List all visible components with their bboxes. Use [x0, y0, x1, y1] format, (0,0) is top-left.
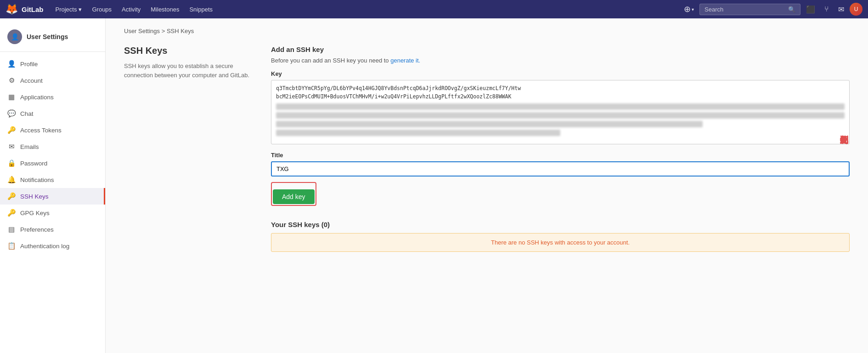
- merge-request-icon: ⑂: [824, 5, 829, 13]
- page-layout: 👤 User Settings 👤 Profile ⚙ Account ▦ Ap…: [0, 18, 868, 353]
- key-textarea-wrapper: q3TmcbtDYYmCR5pYg/DL6bYPv4q14HGJQ8YvBdsn…: [271, 80, 850, 144]
- chat-icon: 💬: [7, 109, 16, 118]
- sidebar-item-emails[interactable]: ✉ Emails: [0, 138, 105, 155]
- content-grid: SSH Keys SSH keys allow you to establish…: [124, 46, 850, 252]
- section-title: SSH Keys: [124, 46, 253, 56]
- sidebar-item-access-tokens[interactable]: 🔑 Access Tokens: [0, 122, 105, 138]
- add-key-button[interactable]: Add key: [273, 189, 315, 204]
- key-line-1: q3TmcbtDYYmCR5pYg/DL6bYPv4q14HGJQ8YvBdsn…: [276, 84, 845, 92]
- key-blurred-line-2: [276, 112, 845, 119]
- sidebar-header: 👤 User Settings: [0, 26, 105, 52]
- plus-icon: ⊕: [684, 4, 691, 14]
- notifications-icon: 🔔: [7, 176, 16, 184]
- new-item-button[interactable]: ⊕ ▾: [680, 1, 698, 17]
- sidebar-item-gpg-keys[interactable]: 🔑 GPG Keys: [0, 205, 105, 221]
- title-input[interactable]: [271, 161, 850, 176]
- sidebar-item-chat[interactable]: 💬 Chat: [0, 105, 105, 122]
- chevron-down-icon: ▾: [692, 7, 694, 12]
- title-field-label: Title: [271, 152, 850, 159]
- main-content: User Settings > SSH Keys SSH Keys SSH ke…: [106, 18, 868, 353]
- emails-icon: ✉: [7, 142, 16, 151]
- breadcrumb-current: SSH Keys: [167, 28, 194, 34]
- gitlab-flame-icon: 🦊: [6, 3, 18, 15]
- sidebar-item-preferences[interactable]: ▤ Preferences: [0, 221, 105, 238]
- pre-generate-text: Before you can add an SSH key you need t…: [271, 57, 850, 64]
- add-key-button-wrapper: Add key: [271, 182, 316, 206]
- nav-activity[interactable]: Activity: [117, 3, 145, 16]
- ssh-keys-icon: 🔑: [7, 192, 16, 200]
- merge-request-button[interactable]: ⑂: [821, 2, 833, 16]
- gitlab-logo-text: GitLab: [22, 6, 44, 13]
- form-section: Add an SSH key Before you can add an SSH…: [271, 46, 850, 252]
- section-info: SSH Keys SSH keys allow you to establish…: [124, 46, 253, 252]
- sidebar-item-notifications[interactable]: 🔔 Notifications: [0, 171, 105, 188]
- preferences-icon: ▤: [7, 225, 16, 233]
- sidebar-item-ssh-keys[interactable]: 🔑 SSH Keys: [0, 188, 105, 205]
- add-ssh-key-heading: Add an SSH key: [271, 46, 850, 53]
- gpg-keys-icon: 🔑: [7, 209, 16, 217]
- chevron-down-icon: ▾: [79, 6, 82, 13]
- generate-link[interactable]: generate it.: [390, 57, 420, 64]
- account-icon: ⚙: [7, 76, 16, 85]
- key-blurred-line-3: [276, 121, 703, 127]
- your-keys-heading: Your SSH keys (0): [271, 221, 850, 228]
- no-keys-notice: There are no SSH keys with access to you…: [271, 233, 850, 252]
- search-placeholder: Search: [705, 6, 723, 13]
- issues-icon: ✉: [838, 5, 844, 14]
- password-icon: 🔒: [7, 159, 16, 167]
- sidebar-title: User Settings: [27, 33, 68, 40]
- gitlab-logo[interactable]: 🦊 GitLab: [6, 3, 44, 15]
- breadcrumb: User Settings > SSH Keys: [124, 28, 850, 34]
- section-description: SSH keys allow you to establish a secure…: [124, 62, 253, 80]
- nav-groups[interactable]: Groups: [87, 3, 116, 16]
- nav-projects[interactable]: Projects ▾: [51, 3, 87, 16]
- your-keys-section: Your SSH keys (0) There are no SSH keys …: [271, 221, 850, 252]
- nav-right: ⊕ ▾ Search 🔍 ⬛ ⑂ ✉ U: [680, 1, 862, 17]
- key-blurred-line-4: [276, 130, 560, 136]
- search-box[interactable]: Search 🔍: [699, 4, 800, 15]
- key-blurred-line-1: [276, 103, 845, 110]
- profile-icon: 👤: [7, 60, 16, 68]
- nav-items: Projects ▾ Groups Activity Milestones Sn…: [51, 3, 681, 16]
- top-navigation: 🦊 GitLab Projects ▾ Groups Activity Mile…: [0, 0, 868, 18]
- user-avatar[interactable]: U: [850, 3, 862, 16]
- nav-snippets[interactable]: Snippets: [185, 3, 217, 16]
- todo-button[interactable]: ⬛: [802, 2, 819, 17]
- sidebar-item-account[interactable]: ⚙ Account: [0, 72, 105, 89]
- search-icon: 🔍: [788, 6, 795, 13]
- key-line-2: bcM2ieEOPsCdMUIM+BduosVTChMHvM/i+w2uQ4Vr…: [276, 92, 845, 101]
- key-field-label: Key: [271, 70, 850, 77]
- sidebar-item-auth-log[interactable]: 📋 Authentication log: [0, 238, 105, 254]
- sidebar-item-profile[interactable]: 👤 Profile: [0, 56, 105, 72]
- issues-button[interactable]: ✉: [834, 2, 848, 17]
- sidebar: 👤 User Settings 👤 Profile ⚙ Account ▦ Ap…: [0, 18, 106, 353]
- sidebar-item-password[interactable]: 🔒 Password: [0, 155, 105, 171]
- sidebar-user-icon: 👤: [7, 29, 22, 44]
- breadcrumb-parent[interactable]: User Settings: [124, 28, 160, 34]
- applications-icon: ▦: [7, 93, 16, 101]
- access-tokens-icon: 🔑: [7, 126, 16, 134]
- sidebar-item-applications[interactable]: ▦ Applications: [0, 89, 105, 105]
- todo-icon: ⬛: [806, 5, 815, 14]
- auth-log-icon: 📋: [7, 242, 16, 250]
- key-textarea[interactable]: q3TmcbtDYYmCR5pYg/DL6bYPv4q14HGJQ8YvBdsn…: [271, 80, 850, 144]
- nav-milestones[interactable]: Milestones: [146, 3, 184, 16]
